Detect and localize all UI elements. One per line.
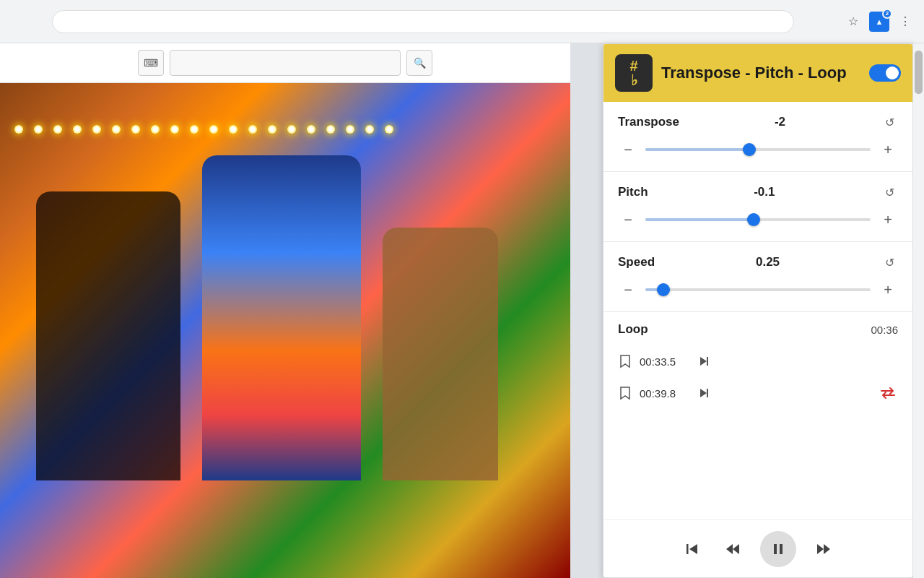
transpose-slider-row: − + (618, 139, 898, 160)
skip-to-start-button[interactable] (679, 536, 705, 562)
speed-header: Speed 0.25 ↺ (618, 254, 898, 271)
bookmark-icon-1[interactable] (618, 354, 632, 368)
extension-badge: 2 (882, 9, 892, 19)
speed-increase-button[interactable]: + (878, 280, 898, 300)
toggle-container (869, 64, 901, 82)
speed-slider-thumb[interactable] (657, 283, 670, 296)
svg-marker-10 (817, 544, 824, 554)
pitch-reset-icon[interactable]: ↺ (881, 184, 898, 201)
transpose-decrease-button[interactable]: − (618, 139, 638, 160)
transpose-slider-track[interactable] (645, 148, 871, 151)
pitch-slider-row: − + (618, 210, 898, 230)
rewind-button[interactable] (720, 536, 746, 562)
loop-timestamp-1: 00:33.5 (640, 355, 687, 368)
toolbar-icons: ☆ ▲ 2 ⋮ (843, 12, 915, 32)
scrollbar-thumb[interactable] (915, 51, 923, 94)
svg-marker-6 (726, 544, 733, 554)
bookmark-icon[interactable]: ☆ (843, 12, 863, 32)
loop-section: Loop 00:36 00:33.5 (603, 312, 912, 419)
playback-controls (603, 519, 912, 577)
panel-header: # ♭ Transpose - Pitch - Loop (603, 44, 912, 102)
keyboard-icon: ⌨ (144, 57, 158, 69)
loop-item-2: 00:39.8 (618, 377, 898, 409)
loop-timestamp-2: 00:39.8 (640, 387, 687, 400)
transpose-slider-thumb[interactable] (743, 143, 756, 156)
bookmark-icon-2[interactable] (618, 386, 632, 400)
svg-marker-0 (700, 357, 707, 366)
pitch-header: Pitch -0.1 ↺ (618, 184, 898, 201)
pitch-slider-thumb[interactable] (747, 213, 760, 226)
extension-icon[interactable]: ▲ 2 (869, 12, 889, 32)
plugin-panel: # ♭ Transpose - Pitch - Loop Transpose -… (603, 43, 913, 578)
loop-label: Loop (618, 322, 648, 337)
transpose-value: -2 (679, 115, 881, 129)
svg-marker-11 (824, 544, 830, 554)
transpose-section: Transpose -2 ↺ − + (603, 102, 912, 172)
transpose-increase-button[interactable]: + (878, 139, 898, 160)
pitch-slider-fill (645, 218, 754, 221)
video-lights (0, 83, 570, 141)
pitch-value: -0.1 (648, 185, 881, 199)
pitch-slider-track[interactable] (645, 218, 871, 221)
svg-rect-8 (774, 544, 777, 554)
transpose-label: Transpose (618, 115, 679, 129)
svg-marker-5 (689, 544, 697, 554)
pitch-section: Pitch -0.1 ↺ − + (603, 172, 912, 242)
transpose-reset-icon[interactable]: ↺ (881, 113, 898, 131)
loop-header: Loop 00:36 (618, 322, 898, 337)
video-figure-right (383, 228, 498, 480)
scrollbar[interactable] (913, 43, 924, 578)
loop-current-time: 00:36 (871, 324, 898, 336)
loop-item-1: 00:33.5 (618, 345, 898, 377)
pitch-label: Pitch (618, 185, 648, 199)
search-button[interactable]: 🔍 (406, 50, 432, 76)
pitch-decrease-button[interactable]: − (618, 210, 638, 230)
speed-slider-track[interactable] (645, 288, 871, 291)
speed-label: Speed (618, 255, 655, 269)
plugin-logo: # ♭ (615, 54, 653, 92)
video-figure-center (202, 155, 361, 480)
svg-rect-1 (707, 357, 708, 366)
keyboard-button[interactable]: ⌨ (138, 50, 164, 76)
video-area (0, 83, 570, 578)
browser-chrome: ☆ ▲ 2 ⋮ (0, 0, 924, 43)
video-figure-left (36, 191, 180, 480)
search-icon: 🔍 (414, 57, 426, 69)
svg-marker-7 (733, 544, 739, 554)
svg-marker-2 (700, 389, 707, 397)
menu-icon[interactable]: ⋮ (895, 12, 915, 32)
svg-rect-3 (707, 389, 708, 397)
play-next-button-2[interactable] (694, 383, 714, 403)
video-background (0, 83, 570, 578)
transpose-header: Transpose -2 ↺ (618, 113, 898, 131)
speed-slider-row: − + (618, 280, 898, 300)
search-area: ⌨ 🔍 (0, 43, 570, 83)
speed-decrease-button[interactable]: − (618, 280, 638, 300)
play-next-button-1[interactable] (694, 351, 714, 371)
pause-button[interactable] (760, 531, 796, 567)
pitch-increase-button[interactable]: + (878, 210, 898, 230)
transpose-slider-fill (645, 148, 749, 151)
speed-section: Speed 0.25 ↺ − + (603, 242, 912, 312)
search-input[interactable] (170, 50, 401, 76)
speed-reset-icon[interactable]: ↺ (881, 254, 898, 271)
svg-rect-4 (687, 544, 689, 554)
enable-toggle[interactable] (869, 64, 901, 82)
address-bar[interactable] (52, 10, 794, 33)
speed-value: 0.25 (655, 255, 881, 269)
panel-title: Transpose - Pitch - Loop (661, 64, 860, 82)
svg-rect-9 (780, 544, 783, 554)
logo-symbol: # ♭ (629, 59, 637, 87)
fast-forward-button[interactable] (811, 536, 837, 562)
loop-repeat-button[interactable] (878, 383, 898, 403)
